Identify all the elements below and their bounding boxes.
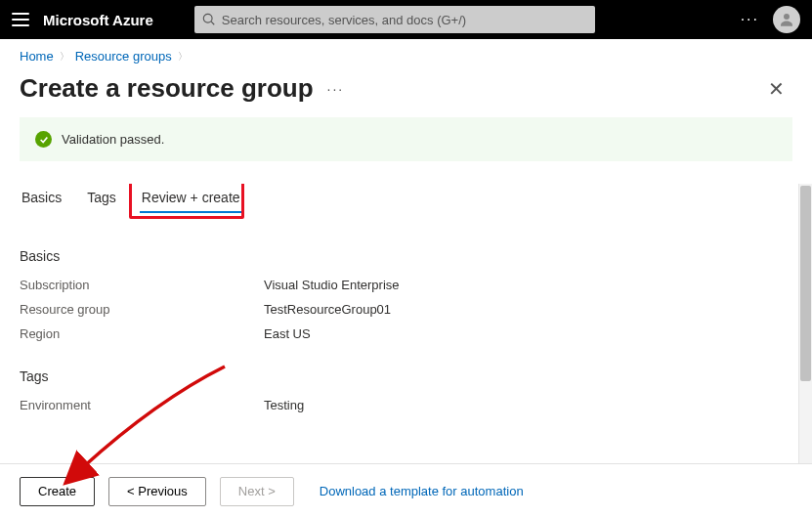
title-more-icon[interactable]: ··· (327, 81, 345, 97)
breadcrumb-resource-groups[interactable]: Resource groups (75, 49, 172, 64)
tab-review-create[interactable]: Review + create (140, 184, 242, 213)
svg-line-1 (211, 22, 214, 24)
section-title-basics: Basics (20, 248, 779, 264)
tab-basics[interactable]: Basics (20, 184, 64, 213)
menu-icon[interactable] (12, 13, 29, 26)
scrollbar[interactable] (798, 184, 812, 463)
svg-point-2 (784, 14, 790, 20)
global-search[interactable]: Search resources, services, and docs (G+… (194, 6, 595, 33)
page-title: Create a resource group (20, 73, 314, 104)
user-avatar[interactable] (773, 6, 800, 33)
validation-banner: Validation passed. (20, 117, 792, 161)
kv-row: Region East US (20, 326, 779, 341)
label-resource-group: Resource group (20, 302, 264, 317)
scrollbar-thumb[interactable] (800, 186, 811, 381)
svg-point-0 (203, 14, 212, 22)
download-template-link[interactable]: Download a template for automation (320, 484, 524, 498)
title-row: Create a resource group ··· ✕ (0, 67, 812, 117)
tabs: Basics Tags Review + create (20, 184, 779, 213)
success-icon (35, 131, 52, 148)
kv-row: Subscription Visual Studio Enterprise (20, 278, 779, 292)
brand-label: Microsoft Azure (43, 12, 153, 28)
close-icon[interactable]: ✕ (768, 77, 785, 101)
next-button: Next > (220, 477, 294, 506)
footer-bar: Create < Previous Next > Download a temp… (0, 463, 812, 518)
label-environment: Environment (20, 398, 264, 412)
value-resource-group: TestResourceGroup01 (264, 302, 391, 317)
previous-button[interactable]: < Previous (108, 477, 206, 506)
section-title-tags: Tags (20, 368, 779, 384)
section-tags: Tags Environment Testing (20, 368, 779, 412)
breadcrumb-home[interactable]: Home (20, 49, 54, 64)
search-icon (202, 13, 216, 26)
search-placeholder: Search resources, services, and docs (G+… (222, 13, 466, 27)
value-region: East US (264, 326, 311, 341)
chevron-right-icon: 〉 (178, 50, 188, 64)
create-button[interactable]: Create (20, 477, 95, 506)
label-subscription: Subscription (20, 278, 264, 292)
value-environment: Testing (264, 398, 304, 412)
label-region: Region (20, 326, 264, 341)
kv-row: Environment Testing (20, 398, 779, 412)
chevron-right-icon: 〉 (60, 50, 69, 64)
top-bar: Microsoft Azure Search resources, servic… (0, 0, 812, 39)
content-scroll: Basics Tags Review + create Basics Subsc… (0, 184, 798, 463)
section-basics: Basics Subscription Visual Studio Enterp… (20, 248, 779, 341)
kv-row: Resource group TestResourceGroup01 (20, 302, 779, 317)
validation-message: Validation passed. (62, 132, 164, 147)
tab-tags[interactable]: Tags (85, 184, 118, 213)
value-subscription: Visual Studio Enterprise (264, 278, 400, 292)
breadcrumb: Home 〉 Resource groups 〉 (0, 39, 812, 67)
more-icon[interactable]: ··· (741, 11, 759, 28)
